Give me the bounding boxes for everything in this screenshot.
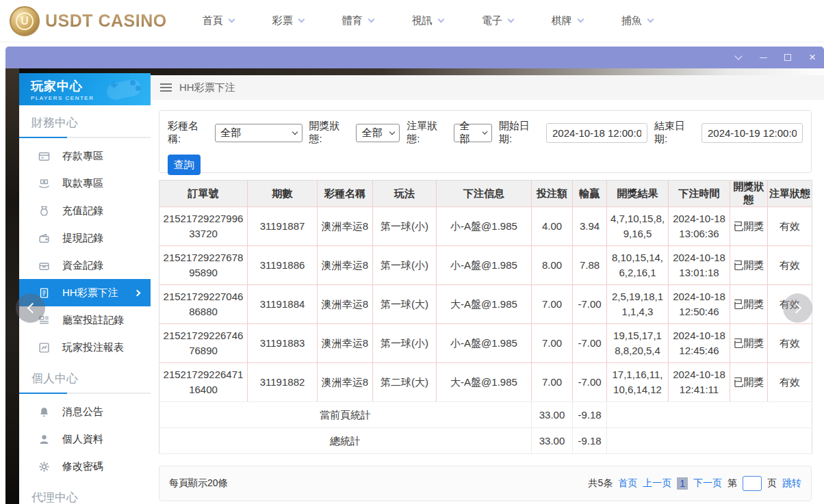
nav-label: 視訊 [412, 14, 433, 27]
column-header: 開獎結果 [607, 181, 669, 207]
sidebar-item-label: 充值記錄 [62, 204, 103, 217]
chevron-down-icon [389, 129, 395, 134]
table-cell: -7.00 [573, 324, 607, 363]
table-cell: 19,15,17,18,8,20,5,4 [607, 324, 669, 363]
table-cell: 已開獎 [730, 246, 768, 285]
panel-expand-button[interactable] [783, 293, 812, 323]
nav-label: 體育 [342, 14, 363, 27]
sidebar-item-label: 廳室投註記錄 [62, 314, 124, 327]
end-date-label: 結束日期: [654, 120, 698, 146]
chevron-down-icon [292, 129, 297, 134]
logo-text: USDT CASINO [45, 11, 167, 31]
column-header: 玩法 [373, 181, 437, 207]
sidebar-item-profile[interactable]: 個人資料 [19, 425, 151, 453]
logo-letter: U [16, 12, 34, 30]
sidebar-item-funds-record[interactable]: 資金記錄 [19, 252, 151, 279]
table-cell: 2152172922674676890 [159, 324, 248, 363]
lottery-name-select[interactable]: 全部 [215, 124, 302, 142]
window-titlebar: × [5, 47, 824, 68]
sidebar-item-withdraw[interactable]: 取款專區 [19, 170, 151, 197]
table-cell: 2024-10-18 13:01:18 [669, 246, 730, 285]
bank-card-icon [38, 150, 50, 162]
table-cell: 2024-10-18 12:45:46 [669, 324, 730, 363]
section-underline [19, 137, 151, 138]
finance-section-header: 財務中心 [19, 105, 151, 131]
nav-item-fishing[interactable]: 捕魚 [621, 14, 653, 27]
table-cell: 小-A盤@1.985 [437, 207, 532, 246]
nav-item-video[interactable]: 視訊 [412, 14, 443, 27]
chevron-down-icon [577, 16, 584, 23]
end-date-input[interactable] [701, 123, 803, 143]
search-button[interactable]: 查詢 [168, 155, 201, 175]
jump-button[interactable]: 跳转 [782, 477, 801, 490]
sidebar-item-change-password[interactable]: 修改密碼 [19, 453, 151, 480]
filter-panel: 彩種名稱: 全部 開獎狀態: 全部 注單狀態: 全部 開始日期: 結束日期: [159, 110, 812, 173]
table-cell: 有效 [768, 246, 812, 285]
table-cell: 7.00 [532, 363, 573, 402]
window-dropdown-icon[interactable] [734, 53, 743, 62]
next-page-link[interactable]: 下一页 [693, 477, 722, 490]
jump-suffix-text: 页 [767, 477, 777, 490]
table-cell: 31191884 [248, 285, 318, 324]
nav-item-sports[interactable]: 體育 [342, 14, 374, 27]
nav-item-home[interactable]: 首頁 [203, 14, 234, 27]
prev-page-link[interactable]: 上一页 [643, 477, 671, 490]
start-date-input[interactable] [546, 123, 647, 143]
select-value: 全部 [220, 127, 241, 140]
finance-menu: 存款專區 取款專區 充值記錄 提現記錄 資金記錄 [19, 142, 151, 361]
table-cell: 31191886 [248, 246, 318, 285]
window-minimize-icon[interactable] [758, 53, 768, 62]
sidebar-item-player-bet-report[interactable]: 玩家投注報表 [19, 334, 151, 361]
table-cell: -7.00 [573, 285, 607, 324]
sidebar-item-deposit[interactable]: 存款專區 [19, 142, 151, 170]
breadcrumb: HH彩票下注 [151, 75, 824, 100]
current-page-indicator[interactable]: 1 [677, 477, 688, 490]
chevron-down-icon [228, 16, 235, 23]
table-row: 2152172922767895890 31191886 澳洲幸运8 第一球(小… [159, 246, 812, 285]
nav-item-lottery[interactable]: 彩票 [272, 14, 304, 27]
table-cell: 澳洲幸运8 [318, 246, 373, 285]
table-cell: 已開獎 [730, 207, 768, 246]
sidebar: 玩家中心 PLAYERS CENTER 財務中心 [19, 73, 151, 504]
table-cell: 8.00 [532, 246, 573, 285]
sidebar-item-recharge-record[interactable]: 充值記錄 [19, 197, 151, 224]
first-page-link[interactable]: 首页 [618, 477, 637, 490]
nav-item-boardgames[interactable]: 棋牌 [552, 14, 583, 27]
summary-bet-total: 33.00 [532, 428, 573, 454]
table-cell: 2,5,19,18,11,1,4,3 [607, 285, 669, 324]
page-summary-row: 當前頁統計 33.00 -9.18 [159, 402, 812, 428]
summary-bet-total: 33.00 [532, 402, 573, 428]
main-panel: HH彩票下注 彩種名稱: 全部 開獎狀態: 全部 注單狀態: 全部 [151, 75, 824, 504]
background-photo-strip [5, 68, 19, 504]
main-menu: 首頁 彩票 體育 視訊 電子 棋牌 捕魚 [203, 14, 653, 27]
table-cell: 有效 [768, 324, 812, 363]
table-header-row: 訂單號 期數 彩種名稱 玩法 下注信息 投注額 輸贏 開獎結果 下注時間 開獎狀… [159, 181, 812, 207]
sidebar-item-label: 資金記錄 [62, 259, 103, 272]
site-logo[interactable]: U USDT CASINO [10, 6, 167, 36]
table-cell: 第一球(小) [373, 207, 437, 246]
sidebar-item-label: 個人資料 [62, 433, 103, 446]
column-header: 彩種名稱 [318, 181, 373, 207]
nav-item-slots[interactable]: 電子 [482, 14, 513, 27]
money-bag-icon [38, 205, 50, 217]
summary-win-loss: -9.18 [573, 428, 607, 454]
grand-summary-row: 總統計 33.00 -9.18 [159, 428, 812, 454]
order-status-label: 注單狀態: [407, 120, 450, 146]
pagination: 共5条 首页 上一页 1 下一页 第 页 跳转 [588, 476, 801, 491]
window-maximize-icon[interactable] [783, 53, 793, 62]
sidebar-collapse-button[interactable] [16, 293, 45, 323]
chevron-right-icon [134, 289, 141, 296]
hamburger-menu-icon[interactable] [160, 81, 172, 94]
window-close-icon[interactable]: × [808, 53, 817, 62]
table-cell: 已開獎 [730, 363, 768, 402]
sidebar-item-withdrawal-record[interactable]: 提現記錄 [19, 224, 151, 252]
table-cell: 4.00 [532, 207, 573, 246]
draw-status-select[interactable]: 全部 [356, 124, 400, 142]
sidebar-item-announcements[interactable]: 消息公告 [19, 398, 151, 425]
page-jump-input[interactable] [743, 476, 762, 491]
section-title: 代理中心 [31, 490, 151, 504]
sidebar-item-label: 消息公告 [62, 406, 103, 419]
wallet-icon [38, 233, 50, 244]
nav-label: 捕魚 [621, 14, 642, 27]
order-status-select[interactable]: 全部 [454, 124, 492, 142]
